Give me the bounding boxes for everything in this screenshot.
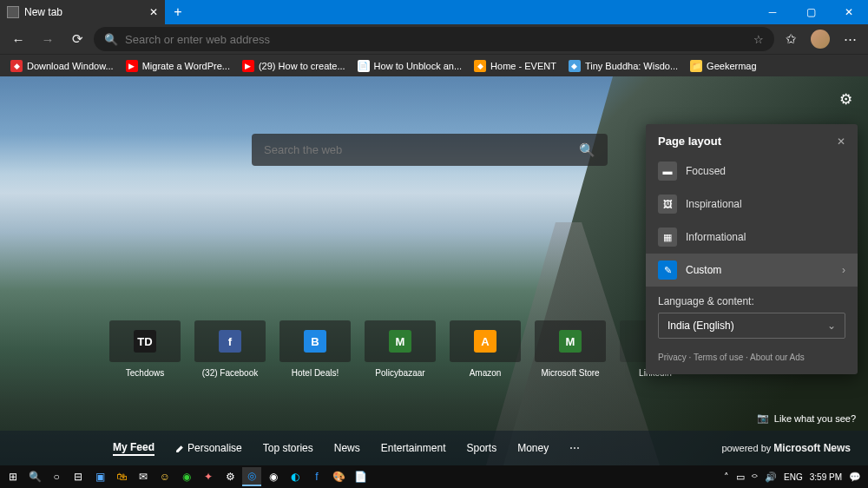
search-icon[interactable]: 🔍 (25, 467, 44, 486)
taskbar-app[interactable]: 📄 (351, 467, 370, 486)
quick-link-tile[interactable]: AAmazon (449, 320, 522, 378)
taskbar-app[interactable]: ✉ (134, 467, 153, 486)
tab-close-icon[interactable]: ✕ (149, 6, 158, 18)
cortana-icon[interactable]: ○ (47, 467, 66, 486)
profile-avatar[interactable] (811, 30, 830, 49)
window-maximize-button[interactable]: ▢ (792, 0, 830, 24)
address-bar[interactable]: 🔍 ☆ (94, 27, 774, 51)
taskbar-app[interactable]: 🛍 (112, 467, 131, 486)
language-select[interactable]: India (English) ⌄ (658, 313, 845, 339)
tile-box: B (279, 320, 351, 362)
informational-icon: ▦ (658, 228, 677, 247)
layout-option-custom[interactable]: ✎ Custom › (646, 254, 858, 287)
system-tray: ˄ ▭ ⌔ 🔊 ENG 3:59 PM 💬 (724, 472, 865, 483)
web-search-input[interactable] (264, 143, 579, 156)
chevron-right-icon: › (842, 264, 845, 276)
feed-more-button[interactable]: ⋯ (569, 442, 580, 454)
start-button[interactable]: ⊞ (3, 467, 23, 486)
menu-button[interactable]: ⋯ (837, 26, 863, 52)
layout-option-informational[interactable]: ▦ Informational (646, 221, 858, 254)
refresh-button[interactable]: ⟳ (64, 26, 90, 52)
address-input[interactable] (125, 33, 746, 46)
layout-option-inspirational[interactable]: 🖼 Inspirational (646, 188, 858, 221)
bookmark-label: Download Window... (27, 61, 114, 71)
tile-box: TD (109, 320, 181, 362)
tile-box: M (535, 320, 606, 362)
feed-tab-personalise[interactable]: Personalise (175, 442, 242, 454)
panel-close-icon[interactable]: ✕ (837, 135, 845, 148)
taskbar-app[interactable]: ⚙ (220, 467, 240, 486)
panel-title: Page layout (658, 135, 721, 148)
taskbar-app[interactable]: ▣ (90, 467, 109, 486)
window-minimize-button[interactable]: ─ (753, 0, 792, 24)
taskbar-app[interactable]: 🎨 (329, 467, 348, 486)
bookmark-item[interactable]: ▶(29) How to create... (237, 58, 351, 74)
navigation-bar: ← → ⟳ 🔍 ☆ ✩ ⋯ (0, 24, 868, 54)
bookmark-icon: ◆ (10, 60, 23, 72)
tray-language[interactable]: ENG (784, 472, 803, 482)
favorite-icon[interactable]: ☆ (753, 33, 764, 46)
feed-tab-money[interactable]: Money (517, 442, 549, 454)
tile-label: Microsoft Store (541, 368, 599, 378)
bookmark-item[interactable]: 📄How to Unblock an... (352, 58, 468, 74)
bookmark-item[interactable]: 📁Geekermag (685, 58, 761, 74)
feed-tab-sports[interactable]: Sports (466, 442, 496, 454)
taskview-icon[interactable]: ⊟ (69, 467, 88, 486)
tile-box: M (365, 320, 436, 362)
bookmarks-bar: ◆Download Window...▶Migrate a WordPre...… (0, 54, 868, 76)
tray-clock[interactable]: 3:59 PM (810, 472, 842, 482)
quick-link-tile[interactable]: MPolicybazaar (364, 320, 437, 378)
terms-link[interactable]: Terms of use (694, 353, 743, 362)
quick-link-tile[interactable]: TDTechdows (108, 320, 181, 378)
feed-tab-news[interactable]: News (334, 442, 360, 454)
layout-option-focused[interactable]: ▬ Focused (646, 155, 858, 188)
volume-icon[interactable]: 🔊 (765, 472, 777, 483)
bookmark-icon: ◆ (569, 60, 581, 72)
battery-icon[interactable]: ▭ (736, 472, 745, 483)
tile-icon: M (559, 330, 582, 353)
feed-tab-entertainment[interactable]: Entertainment (381, 442, 446, 454)
bookmark-item[interactable]: ◆Home - EVENT (469, 58, 562, 74)
notifications-icon[interactable]: 💬 (849, 472, 861, 483)
ads-link[interactable]: About our Ads (750, 353, 805, 362)
bookmark-item[interactable]: ▶Migrate a WordPre... (121, 58, 235, 74)
feed-tab-topstories[interactable]: Top stories (263, 442, 313, 454)
tile-label: Policybazaar (375, 368, 424, 378)
taskbar-app[interactable]: ◐ (286, 467, 305, 486)
windows-taskbar: ⊞ 🔍 ○ ⊟ ▣ 🛍 ✉ ☺ ◉ ✦ ⚙ ◎ ◉ ◐ f 🎨 📄 ˄ ▭ ⌔ … (0, 465, 868, 488)
web-search-box[interactable]: 🔍 (252, 134, 608, 166)
quick-link-tile[interactable]: f(32) Facebook (194, 320, 266, 378)
tile-label: Techdows (126, 368, 164, 378)
like-what-you-see-link[interactable]: 📷 Like what you see? (757, 412, 856, 424)
bookmark-item[interactable]: ◆Tiny Buddha: Wisdo... (563, 58, 683, 74)
taskbar-edge-icon[interactable]: ◎ (242, 467, 261, 486)
back-button[interactable]: ← (5, 26, 31, 52)
new-tab-button[interactable]: + (165, 0, 191, 24)
feed-tab-myfeed[interactable]: My Feed (113, 441, 155, 456)
search-icon[interactable]: 🔍 (579, 142, 595, 158)
privacy-link[interactable]: Privacy (658, 353, 687, 362)
taskbar-app[interactable]: ☺ (155, 467, 174, 486)
window-close-button[interactable]: ✕ (830, 0, 868, 24)
bookmark-label: Home - EVENT (490, 61, 556, 71)
like-label: Like what you see? (774, 413, 856, 424)
tray-chevron-icon[interactable]: ˄ (724, 472, 729, 483)
forward-button[interactable]: → (35, 26, 61, 52)
bookmark-item[interactable]: ◆Download Window... (5, 58, 119, 74)
tile-icon: f (219, 330, 241, 353)
tile-label: (32) Facebook (202, 368, 258, 378)
favorites-button[interactable]: ✩ (778, 26, 804, 52)
quick-link-tile[interactable]: BHotel Deals! (279, 320, 352, 378)
tile-icon: TD (134, 330, 156, 353)
taskbar-app[interactable]: ◉ (177, 467, 196, 486)
taskbar-app[interactable]: ✦ (199, 467, 218, 486)
taskbar-app[interactable]: f (307, 467, 326, 486)
taskbar-chrome-icon[interactable]: ◉ (264, 467, 283, 486)
tile-icon: B (304, 330, 326, 353)
tile-icon: M (389, 330, 411, 353)
wifi-icon[interactable]: ⌔ (752, 472, 758, 482)
quick-link-tile[interactable]: MMicrosoft Store (534, 320, 607, 378)
quick-links-tiles: TDTechdowsf(32) FacebookBHotel Deals!MPo… (108, 320, 692, 378)
browser-tab[interactable]: New tab ✕ (0, 0, 165, 24)
page-settings-gear-icon[interactable]: ⚙ (839, 90, 852, 109)
